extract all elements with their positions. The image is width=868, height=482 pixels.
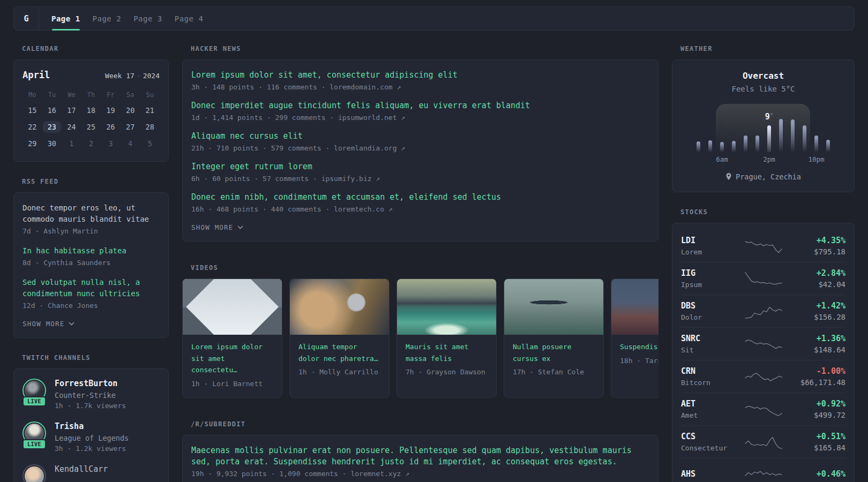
rss-item-title[interactable]: In hac habitasse platea bbox=[23, 245, 160, 257]
stock-row[interactable]: IIG Ipsum +2.84% $42.04 bbox=[681, 262, 845, 295]
video-card[interactable]: Nullam posuere cursus ex 17h · Stefan Co… bbox=[504, 278, 604, 398]
calendar-day: 24 bbox=[62, 118, 81, 135]
tab-page-4[interactable]: Page 4 bbox=[175, 7, 204, 30]
stock-price: $148.64 bbox=[783, 345, 845, 355]
channel-name[interactable]: Trisha bbox=[55, 421, 129, 432]
hackernews-story[interactable]: Aliquam nec cursus elit 21h · 710 points… bbox=[191, 131, 649, 152]
subreddit-post[interactable]: Maecenas mollis pulvinar erat non posuer… bbox=[191, 445, 649, 478]
rss-show-more-button[interactable]: SHOW MORE bbox=[23, 320, 74, 328]
left-column: CALENDAR April Week 17·2024 Mo Tu We Th … bbox=[13, 45, 169, 482]
stock-row[interactable]: AET Amet +0.92% $499.72 bbox=[681, 393, 845, 426]
stock-row[interactable]: LDI Lorem +4.35% $795.18 bbox=[681, 230, 845, 262]
video-thumbnail bbox=[397, 279, 496, 335]
app-logo[interactable]: G bbox=[14, 7, 39, 30]
stock-row[interactable]: SNRC Sit +1.36% $148.64 bbox=[681, 328, 845, 360]
calendar-day: 28 bbox=[140, 118, 160, 135]
rss-item[interactable]: Donec tempor eros leo, ut commodo mauris… bbox=[23, 202, 160, 235]
story-title[interactable]: Aliquam nec cursus elit bbox=[191, 131, 649, 142]
story-title[interactable]: Donec imperdiet augue tincidunt felis al… bbox=[191, 100, 649, 111]
post-title[interactable]: Maecenas mollis pulvinar erat non posuer… bbox=[191, 445, 649, 468]
calendar-day: 20 bbox=[121, 102, 140, 118]
hackernews-story[interactable]: Lorem ipsum dolor sit amet, consectetur … bbox=[191, 70, 649, 91]
weather-bar bbox=[814, 135, 818, 153]
twitch-section: TWITCH CHANNELS LIVE ForrestBurton Count… bbox=[13, 354, 169, 482]
stock-ticker: CCS bbox=[681, 431, 744, 443]
rss-item-title[interactable]: Donec tempor eros leo, ut commodo mauris… bbox=[23, 202, 160, 225]
stock-change: -1.00% bbox=[783, 365, 845, 378]
subreddit-widget: Maecenas mollis pulvinar erat non posuer… bbox=[182, 435, 659, 482]
channel-name[interactable]: ForrestBurton bbox=[55, 379, 126, 389]
channel-viewers: 1h · 1.7k viewers bbox=[55, 402, 126, 410]
video-meta: 18h · Tara bbox=[620, 357, 659, 365]
calendar-day-next-month: 4 bbox=[121, 135, 140, 152]
day-header: Mo bbox=[23, 88, 42, 102]
rss-item-title[interactable]: Sed volutpat nulla nisl, a condimentum n… bbox=[23, 277, 160, 299]
calendar-day: 18 bbox=[81, 102, 101, 118]
weather-bar bbox=[803, 125, 806, 152]
stock-price: $66,171.48 bbox=[783, 378, 845, 388]
weather-time-label: 10pm bbox=[808, 155, 824, 163]
twitch-widget: LIVE ForrestBurton Counter-Strike 1h · 1… bbox=[13, 368, 169, 482]
channel-name[interactable]: KendallCarr bbox=[55, 464, 108, 475]
day-header: We bbox=[62, 88, 81, 102]
tab-page-3[interactable]: Page 3 bbox=[133, 7, 162, 30]
twitch-channel[interactable]: KendallCarr bbox=[23, 464, 160, 482]
video-card[interactable]: Mauris sit amet massa felis 7h · Grayson… bbox=[396, 278, 497, 398]
top-nav: G Page 1 Page 2 Page 3 Page 4 bbox=[13, 6, 855, 31]
story-title[interactable]: Integer eget rutrum lorem bbox=[191, 161, 649, 172]
story-title[interactable]: Lorem ipsum dolor sit amet, consectetur … bbox=[191, 70, 649, 81]
rss-item-meta: 7d · Ashlyn Martin bbox=[23, 227, 160, 235]
stock-sparkline bbox=[744, 366, 783, 387]
hackernews-story[interactable]: Donec imperdiet augue tincidunt felis al… bbox=[191, 100, 649, 122]
video-card[interactable]: Lorem ipsum dolor sit amet consectetu… 1… bbox=[182, 278, 282, 398]
weather-time-label: 6am bbox=[716, 155, 728, 163]
calendar-day: 16 bbox=[42, 102, 62, 118]
video-meta: 17h · Stefan Cole bbox=[513, 368, 595, 376]
stock-sparkline bbox=[744, 398, 783, 420]
subreddit-section: /R/SUBREDDIT Maecenas mollis pulvinar er… bbox=[182, 420, 659, 482]
tab-page-1[interactable]: Page 1 bbox=[51, 7, 80, 30]
tab-page-2[interactable]: Page 2 bbox=[93, 7, 122, 30]
story-meta: 21h · 710 points · 579 comments · loreml… bbox=[191, 144, 649, 152]
hackernews-show-more-button[interactable]: SHOW MORE bbox=[191, 223, 243, 231]
current-temperature-label: 9° bbox=[765, 112, 774, 122]
weather-bar bbox=[755, 135, 759, 153]
stock-price: $156.28 bbox=[783, 312, 845, 322]
video-title: Mauris sit amet massa felis bbox=[406, 341, 488, 364]
stock-row[interactable]: CRN Bitcorn -1.00% $66,171.48 bbox=[681, 360, 845, 393]
calendar-widget: April Week 17·2024 Mo Tu We Th Fr Sa Su … bbox=[13, 59, 169, 162]
stock-row[interactable]: DBS Dolor +1.42% $156.28 bbox=[681, 295, 845, 328]
rss-item[interactable]: In hac habitasse platea 8d · Cynthia Sau… bbox=[23, 245, 160, 267]
separator-dot: · bbox=[137, 72, 141, 80]
story-meta: 1d · 1,414 points · 299 comments · ipsum… bbox=[191, 114, 649, 122]
calendar-day-next-month: 2 bbox=[81, 135, 101, 152]
stock-ticker: LDI bbox=[681, 235, 744, 247]
video-card[interactable]: Aliquam tempor dolor nec pharetra… 1h · … bbox=[289, 278, 390, 398]
hackernews-story[interactable]: Integer eget rutrum lorem 6h · 60 points… bbox=[191, 161, 649, 183]
twitch-channel[interactable]: LIVE ForrestBurton Counter-Strike 1h · 1… bbox=[23, 379, 160, 410]
video-thumbnail bbox=[183, 279, 282, 335]
weather-condition: Overcast bbox=[681, 71, 845, 81]
story-meta: 3h · 148 points · 116 comments · loremdo… bbox=[191, 83, 649, 91]
video-title: Lorem ipsum dolor sit amet consectetu… bbox=[191, 341, 273, 376]
video-title: Aliquam tempor dolor nec pharetra… bbox=[298, 341, 380, 364]
stock-ticker: DBS bbox=[681, 300, 744, 312]
rss-item[interactable]: Sed volutpat nulla nisl, a condimentum n… bbox=[23, 277, 160, 310]
story-title[interactable]: Donec enim nibh, condimentum et accumsan… bbox=[191, 192, 649, 203]
stock-row[interactable]: AHS +0.46% bbox=[681, 458, 845, 482]
story-meta: 16h · 468 points · 440 comments · loremt… bbox=[191, 205, 649, 213]
calendar-section-label: CALENDAR bbox=[22, 45, 169, 52]
video-card[interactable]: Suspendisse diam 18h · Tara bbox=[611, 278, 659, 398]
channel-viewers: 3h · 1.2k viewers bbox=[55, 445, 129, 453]
stock-row[interactable]: CCS Consectetur +0.51% $165.84 bbox=[681, 426, 845, 458]
stocks-section-label: STOCKS bbox=[680, 208, 855, 216]
video-meta: 1h · Lori Barnett bbox=[191, 380, 273, 388]
day-header: Th bbox=[81, 88, 101, 102]
stock-ticker: SNRC bbox=[681, 333, 744, 345]
twitch-channel[interactable]: LIVE Trisha League of Legends 3h · 1.2k … bbox=[23, 421, 160, 453]
hackernews-section-label: HACKER NEWS bbox=[191, 45, 659, 52]
channel-avatar bbox=[23, 464, 46, 482]
stock-change: +0.46% bbox=[783, 468, 845, 480]
stock-sparkline bbox=[744, 268, 783, 289]
hackernews-story[interactable]: Donec enim nibh, condimentum et accumsan… bbox=[191, 192, 649, 213]
